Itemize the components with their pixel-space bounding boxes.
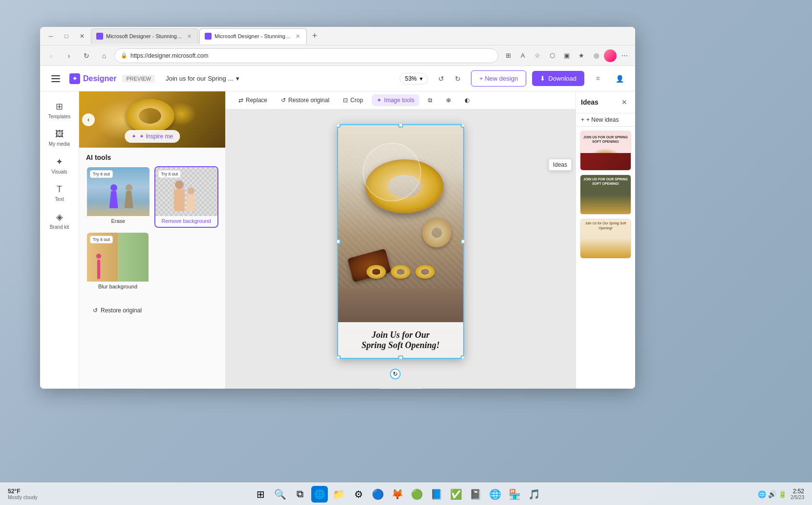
idea-card-2[interactable]: JOIN US FOR OUR SPRING SOFT OPENING! — [580, 175, 631, 215]
prev-arrow-button[interactable]: ‹ — [82, 113, 95, 126]
add-page-button[interactable]: ⊞ + Add page — [373, 387, 427, 389]
minimize-button[interactable]: ─ — [44, 29, 58, 43]
new-ideas-button[interactable]: + + New ideas — [576, 113, 635, 127]
sidebar-item-my-media-label: My media — [49, 141, 70, 147]
replace-button[interactable]: ⇄ Replace — [234, 94, 272, 106]
taskbar: 52°F Mostly cloudy ⊞ 🔍 ⧉ 🌐 📁 ⚙ 🔵 🦊 🟢 📘 ✅… — [0, 483, 812, 505]
child-1-body — [174, 189, 185, 211]
tab-1-close[interactable]: ✕ — [186, 32, 193, 40]
ideas-list: JOIN US FOR OUR SPRING SOFT OPENING! JOI… — [576, 127, 635, 389]
replace-media-button[interactable]: ⊕ — [441, 94, 456, 106]
taskbar-teams[interactable]: 📘 — [428, 486, 445, 503]
designer-logo[interactable]: ✦ Designer — [69, 73, 116, 84]
browser-tab-1[interactable]: Microsoft Designer - Stunning d... ✕ — [91, 28, 198, 44]
sidebar-button[interactable]: ▣ — [560, 49, 574, 63]
zoom-control[interactable]: 53% ▾ — [400, 73, 428, 85]
menu-button[interactable] — [48, 71, 64, 87]
doc-title-button[interactable]: Join us for our Spring ... ▾ — [161, 73, 244, 84]
clock-date: 2/5/23 — [791, 495, 804, 500]
zoom-level: 53% — [405, 75, 417, 82]
templates-icon: ⊞ — [56, 101, 63, 112]
ideas-panel-close[interactable]: ✕ — [619, 96, 630, 108]
profile-avatar[interactable] — [604, 49, 617, 62]
taskbar-edge[interactable]: 🌐 — [311, 486, 328, 503]
taskbar-chrome[interactable]: 🟢 — [409, 486, 426, 503]
sidebar-item-text[interactable]: T Text — [44, 180, 75, 206]
taskbar-windows[interactable]: ⊞ — [253, 486, 269, 503]
my-media-icon: 🖼 — [55, 129, 64, 139]
sidebar-item-templates[interactable]: ⊞ Templates — [44, 97, 75, 123]
apps-button[interactable]: ⊞ — [501, 49, 515, 63]
clock[interactable]: 2:52 2/5/23 — [791, 488, 804, 500]
idea-card-3[interactable]: Join Us for Our Spring Soft Opening! — [580, 219, 631, 259]
duplicate-icon: ⧉ — [428, 97, 432, 104]
nav-bar: ‹ › ↻ ⌂ 🔒 https://designer.microsoft.com… — [40, 45, 635, 66]
sidebar-item-visuals[interactable]: ✦ Visuals — [44, 153, 75, 178]
battery-icon[interactable]: 🔋 — [778, 490, 787, 498]
taskbar-todo[interactable]: ✅ — [448, 486, 465, 503]
redo-button[interactable]: ↻ — [450, 71, 465, 86]
ai-tools-grid: Try it out Erase — [86, 166, 218, 228]
address-url: https://designer.microsoft.com — [130, 52, 208, 59]
restore-icon: ↺ — [93, 307, 98, 314]
sidebar-item-brand-kit[interactable]: ◈ Brand kit — [44, 208, 75, 234]
more-button[interactable]: ⋯ — [618, 49, 631, 63]
copilot-button[interactable]: ◎ — [589, 49, 603, 63]
crop-button[interactable]: ⊡ Crop — [338, 94, 368, 106]
duplicate-button[interactable]: ⧉ — [423, 94, 437, 106]
taskbar-onenote[interactable]: 📓 — [468, 486, 484, 503]
preview-badge: PREVIEW — [122, 75, 155, 83]
taskbar-music[interactable]: 🎵 — [526, 486, 543, 503]
idea-card-1[interactable]: JOIN US FOR OUR SPRING SOFT OPENING! — [580, 131, 631, 171]
ai-card-remove-bg[interactable]: Try it out Remove background — [154, 166, 219, 228]
account-button[interactable]: 👤 — [612, 71, 627, 87]
taskbar-search[interactable]: 🔍 — [272, 486, 289, 503]
sound-icon[interactable]: 🔊 — [768, 490, 776, 498]
taskbar-settings[interactable]: ⚙ — [350, 486, 367, 503]
tab-2-close[interactable]: ✕ — [294, 32, 301, 40]
ai-tools-section: AI tools — [79, 148, 225, 299]
share-button[interactable]: ⌗ — [590, 71, 606, 87]
maximize-button[interactable]: □ — [60, 29, 73, 43]
design-canvas[interactable]: Join Us for Our Spring Soft Opening! — [337, 124, 464, 359]
new-tab-button[interactable]: + — [308, 29, 321, 43]
new-design-button[interactable]: + New design — [471, 70, 526, 87]
extensions-button[interactable]: ⬡ — [545, 49, 559, 63]
back-button[interactable]: ‹ — [44, 48, 59, 63]
download-button[interactable]: ⬇ Download — [532, 71, 584, 86]
address-bar[interactable]: 🔒 https://designer.microsoft.com — [114, 48, 498, 63]
browser-tab-2[interactable]: Microsoft Designer - Stunning d... ✕ — [199, 28, 307, 44]
restore-original-toolbar-button[interactable]: ↺ Restore original — [276, 94, 334, 106]
taskbar-task-view[interactable]: ⧉ — [292, 486, 308, 503]
ai-card-blur-bg[interactable]: Try it out Blur background — [86, 232, 150, 293]
person-silhouette — [109, 184, 119, 211]
donut-row — [366, 265, 435, 279]
home-button[interactable]: ⌂ — [97, 48, 111, 63]
inspire-me-button[interactable]: ✦ ✦ Inspire me — [125, 130, 180, 143]
taskbar-files[interactable]: 📁 — [331, 486, 347, 503]
image-tools-button[interactable]: ✦ Image tools — [372, 94, 419, 106]
image-tools-icon: ✦ — [377, 97, 382, 104]
undo-button[interactable]: ↺ — [434, 71, 449, 86]
ai-card-erase[interactable]: Try it out Erase — [86, 166, 150, 228]
person-silhouette-2 — [124, 184, 134, 211]
rotate-handle[interactable]: ↻ — [390, 369, 401, 379]
sidebar-item-my-media[interactable]: 🖼 My media — [44, 125, 75, 151]
hamburger-line-3 — [51, 81, 60, 82]
taskbar-store[interactable]: 🏪 — [507, 486, 523, 503]
network-icon[interactable]: 🌐 — [758, 490, 766, 498]
close-button[interactable]: ✕ — [75, 29, 89, 43]
taskbar-browser-2[interactable]: 🌐 — [487, 486, 504, 503]
font-button[interactable]: A — [516, 49, 530, 63]
forward-button[interactable]: › — [62, 48, 76, 63]
erase-card-image: Try it out — [87, 167, 150, 216]
reload-button[interactable]: ↻ — [79, 48, 94, 63]
taskbar-firefox[interactable]: 🦊 — [389, 486, 406, 503]
person-body-2 — [125, 191, 133, 208]
adjust-button[interactable]: ◐ — [460, 94, 474, 106]
taskbar-cortana[interactable]: 🔵 — [370, 486, 386, 503]
collections-button[interactable]: ★ — [575, 49, 588, 63]
download-icon: ⬇ — [540, 75, 545, 82]
favorites-button[interactable]: ☆ — [531, 49, 544, 63]
restore-original-button[interactable]: ↺ Restore original — [86, 303, 218, 318]
